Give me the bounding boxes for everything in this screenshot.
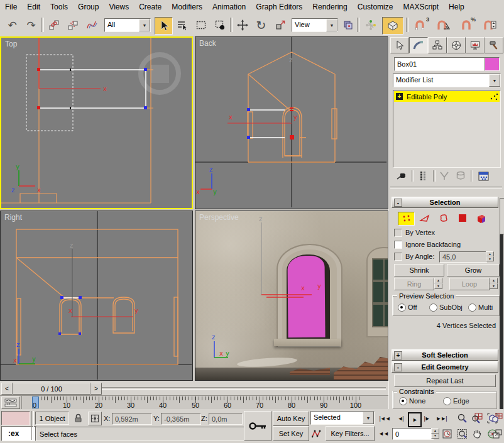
viewport-back-label[interactable]: Back	[199, 39, 216, 48]
tab-utilities[interactable]	[485, 37, 503, 53]
loop-button[interactable]: Loop	[449, 278, 490, 290]
preview-multi-radio[interactable]	[468, 304, 476, 312]
collapse-icon[interactable]: -	[394, 363, 402, 371]
collapse-icon[interactable]: -	[394, 199, 402, 207]
chevron-down-icon[interactable]: ▼	[363, 412, 374, 424]
show-end-result-button[interactable]	[415, 170, 430, 182]
rectangular-selection-region-icon[interactable]	[192, 17, 209, 33]
tab-hierarchy[interactable]	[428, 37, 447, 53]
by-vertex-checkbox[interactable]	[394, 229, 402, 237]
make-unique-button[interactable]	[437, 170, 452, 182]
set-key-toggle-button[interactable]	[244, 411, 271, 441]
default-in-out-tangents-icon[interactable]	[310, 427, 323, 440]
tab-display[interactable]	[466, 37, 485, 53]
pin-stack-button[interactable]	[394, 170, 409, 182]
zoom-all-icon[interactable]	[470, 411, 484, 425]
ring-button[interactable]: Ring	[394, 278, 434, 290]
remove-modifier-button[interactable]	[453, 170, 468, 182]
selection-set-dropdown[interactable]: Selected ▼	[310, 411, 375, 425]
viewport-right[interactable]: Right	[0, 211, 193, 381]
undo-icon[interactable]: ↶	[4, 17, 21, 33]
region-zoom-icon[interactable]	[455, 427, 469, 440]
menu-rendering[interactable]: Rendering	[307, 3, 352, 11]
use-pivot-point-center-icon[interactable]	[339, 17, 356, 33]
object-color-swatch[interactable]	[485, 57, 500, 71]
goto-start-button[interactable]: |◄◄	[377, 412, 392, 425]
angle-snap-toggle-icon[interactable]	[432, 17, 454, 33]
select-by-name-icon[interactable]	[173, 17, 190, 33]
transform-gizmo[interactable]	[261, 295, 312, 297]
grow-button[interactable]: Grow	[447, 264, 500, 276]
menu-edit[interactable]: Edit	[22, 3, 45, 11]
chevron-down-icon[interactable]: ▼	[326, 19, 337, 31]
expand-icon[interactable]: +	[394, 351, 402, 359]
spinner-snap-toggle-icon[interactable]	[479, 17, 500, 33]
chevron-down-icon[interactable]: ▼	[489, 74, 500, 87]
viewport-perspective-label[interactable]: Perspective	[199, 213, 239, 222]
select-and-link-icon[interactable]	[45, 17, 62, 33]
menu-create[interactable]: Create	[134, 3, 167, 11]
by-angle-checkbox[interactable]	[394, 253, 402, 261]
panel-scrollbar-thumb[interactable]	[500, 198, 504, 234]
menu-modifiers[interactable]: Modifiers	[167, 3, 207, 11]
ignore-backfacing-checkbox[interactable]	[394, 241, 402, 249]
loop-spinner[interactable]: ▲▼	[490, 278, 498, 289]
time-slider-track[interactable]	[102, 387, 386, 390]
menu-group[interactable]: Group	[73, 3, 104, 11]
previous-frame-button[interactable]: ◄|	[395, 412, 406, 425]
shrink-button[interactable]: Shrink	[394, 264, 444, 276]
play-button[interactable]: ►	[408, 412, 422, 427]
z-coordinate-field[interactable]: 0,0m	[209, 413, 243, 425]
pan-hand-icon[interactable]	[470, 427, 484, 440]
current-frame-field[interactable]: 0	[392, 428, 434, 440]
key-filters-button[interactable]: Key Filters...	[326, 426, 375, 441]
selection-filter-dropdown[interactable]: All ▼	[104, 18, 151, 32]
menu-help[interactable]: Help	[444, 3, 469, 11]
maxscript-listener-pink[interactable]	[1, 411, 30, 425]
zoom-extents-all-icon[interactable]	[490, 411, 504, 425]
min-max-toggle-icon[interactable]	[490, 427, 504, 440]
zoom-icon[interactable]	[455, 411, 469, 425]
auto-key-button[interactable]: Auto Key	[273, 411, 309, 426]
time-slider-next-button[interactable]: >	[90, 383, 102, 395]
viewport-perspective[interactable]: Perspective z x y z x y	[195, 211, 388, 381]
stack-item-editable-poly[interactable]: + Editable Poly	[394, 91, 500, 102]
reference-coordinate-system-dropdown[interactable]: View ▼	[292, 18, 338, 32]
select-and-move-icon[interactable]	[234, 17, 251, 33]
selection-rollout-header[interactable]: - Selection	[392, 197, 498, 208]
selection-lock-icon[interactable]	[72, 412, 84, 424]
menu-views[interactable]: Views	[104, 3, 134, 11]
set-key-button[interactable]: Set Key	[273, 426, 309, 441]
bind-to-space-warp-icon[interactable]	[83, 17, 100, 33]
element-subobject-button[interactable]	[473, 212, 489, 224]
object-name-field[interactable]: Box01	[394, 57, 487, 71]
y-coordinate-field[interactable]: -0,365m	[161, 413, 201, 425]
repeat-last-button[interactable]: Repeat Last	[394, 375, 496, 387]
by-angle-spinner[interactable]: ▲▼	[486, 251, 494, 261]
tab-create[interactable]	[390, 37, 409, 53]
menu-file[interactable]: File	[0, 3, 22, 11]
ring-spinner[interactable]: ▲▼	[434, 278, 442, 289]
constraints-none-radio[interactable]	[399, 397, 407, 405]
panel-scrollbar[interactable]	[500, 198, 503, 409]
unlink-selection-icon[interactable]	[64, 17, 81, 33]
time-slider-prev-button[interactable]: <	[1, 383, 13, 395]
frame-spinner[interactable]: ▲▼	[431, 428, 439, 439]
select-and-scale-icon[interactable]	[271, 17, 288, 33]
trackbar-ruler[interactable]: 0 10 20 30 40 50 60 70 80 90 100	[21, 396, 388, 409]
menu-tools[interactable]: Tools	[45, 3, 73, 11]
menu-customize[interactable]: Customize	[353, 3, 398, 11]
absolute-mode-transform-icon[interactable]	[88, 412, 102, 425]
vertex-subobject-button[interactable]	[398, 212, 415, 226]
menu-maxscript[interactable]: MAXScript	[398, 3, 444, 11]
viewport-back[interactable]: Back	[195, 36, 388, 209]
select-object-button[interactable]	[155, 17, 173, 35]
modifier-list-dropdown[interactable]: Modifier List ▼	[393, 74, 501, 87]
menu-graph-editors[interactable]: Graph Editors	[251, 3, 307, 11]
time-configuration-icon[interactable]	[441, 427, 452, 440]
chevron-down-icon[interactable]: ▼	[139, 19, 150, 31]
select-and-rotate-icon[interactable]: ↻	[253, 17, 270, 33]
tab-modify[interactable]	[409, 37, 428, 53]
tab-motion[interactable]	[447, 37, 466, 53]
time-slider-thumb[interactable]: 0 / 100	[13, 383, 90, 395]
